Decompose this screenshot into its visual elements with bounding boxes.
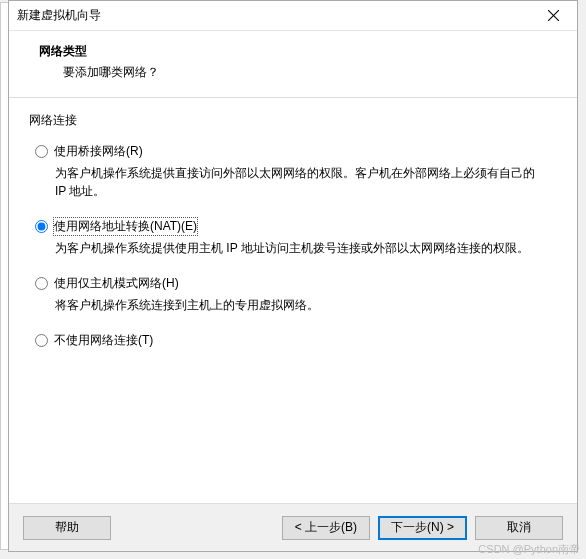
radio-none[interactable]: 不使用网络连接(T)	[35, 332, 557, 349]
radio-hostonly-input[interactable]	[35, 277, 48, 290]
close-icon	[548, 10, 559, 21]
radio-nat-desc: 为客户机操作系统提供使用主机 IP 地址访问主机拨号连接或外部以太网网络连接的权…	[55, 239, 547, 257]
wizard-dialog: 新建虚拟机向导 网络类型 要添加哪类网络？ 网络连接 使用桥接网络(R) 为客户…	[8, 0, 578, 552]
wizard-header: 网络类型 要添加哪类网络？	[9, 31, 577, 98]
next-button[interactable]: 下一步(N) >	[378, 516, 467, 540]
background-strip	[0, 2, 8, 550]
page-subtitle: 要添加哪类网络？	[63, 64, 557, 81]
window-title: 新建虚拟机向导	[17, 7, 533, 24]
radio-none-input[interactable]	[35, 334, 48, 347]
cancel-button[interactable]: 取消	[475, 516, 563, 540]
help-button[interactable]: 帮助	[23, 516, 111, 540]
radio-bridged-desc: 为客户机操作系统提供直接访问外部以太网网络的权限。客户机在外部网络上必须有自己的…	[55, 164, 547, 200]
radio-hostonly-desc: 将客户机操作系统连接到主机上的专用虚拟网络。	[55, 296, 547, 314]
back-button[interactable]: < 上一步(B)	[282, 516, 370, 540]
radio-nat-label: 使用网络地址转换(NAT)(E)	[54, 218, 197, 235]
radio-bridged-input[interactable]	[35, 145, 48, 158]
button-bar: 帮助 < 上一步(B) 下一步(N) > 取消	[9, 503, 577, 551]
radio-hostonly[interactable]: 使用仅主机模式网络(H)	[35, 275, 557, 292]
radio-nat[interactable]: 使用网络地址转换(NAT)(E)	[35, 218, 557, 235]
radio-bridged[interactable]: 使用桥接网络(R)	[35, 143, 557, 160]
page-title: 网络类型	[39, 43, 557, 60]
group-label: 网络连接	[29, 112, 557, 129]
radio-bridged-label: 使用桥接网络(R)	[54, 143, 143, 160]
titlebar: 新建虚拟机向导	[9, 1, 577, 31]
radio-none-label: 不使用网络连接(T)	[54, 332, 153, 349]
close-button[interactable]	[533, 2, 573, 30]
radio-nat-input[interactable]	[35, 220, 48, 233]
radio-hostonly-label: 使用仅主机模式网络(H)	[54, 275, 179, 292]
content-area: 网络连接 使用桥接网络(R) 为客户机操作系统提供直接访问外部以太网网络的权限。…	[9, 98, 577, 503]
